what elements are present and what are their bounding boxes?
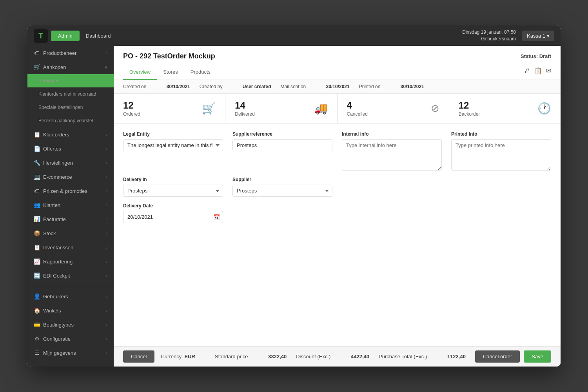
configuratie-icon: ⚙ [34,336,40,342]
ecommerce-icon: 💻 [34,174,40,180]
tab-stores[interactable]: Stores [157,65,184,80]
topbar-right: Dinsdag 19 januari, 07:50 Gebruikersnaam… [462,29,554,42]
sidebar-item-gebruikers[interactable]: 👤 Gebruikers › [27,289,114,303]
created-by-value: User created [243,84,271,89]
sidebar-item-prijzen[interactable]: 🏷 Prijzen & promoties › [27,184,114,198]
discount-value: 4422,40 [351,354,369,359]
footer-totals: Standard price 3322,40 Discount (Exc.) 4… [215,350,551,363]
delivery-in-select[interactable]: Prosteps [123,185,223,197]
sidebar-item-aankopen-sub[interactable]: Aankopen [27,74,114,87]
aankopen-icon: 🛒 [34,64,40,70]
document-icon[interactable]: 📋 [534,67,542,74]
internal-info-label: Internal info [342,131,442,137]
edi-icon: 🔄 [34,272,40,279]
footer: Cancel Currency EUR Standard price 3322,… [114,346,561,367]
dashboard-link[interactable]: Dashboard [86,33,111,39]
sidebar-label-gebruikers: Gebruikers [43,294,68,299]
sidebar-label-offertes: Offertes [43,146,61,152]
kassa-chevron-icon: ▾ [547,33,550,39]
empty-col3 [342,177,442,197]
sidebar-label-stock: Stock [43,230,56,236]
kassa-selector[interactable]: Kassa 1 ▾ [522,31,554,41]
chevron-icon: › [106,260,107,264]
save-button[interactable]: Save [524,350,551,363]
klanten-icon: 👥 [34,202,40,208]
sidebar-item-facturatie[interactable]: 📊 Facturatie › [27,212,114,226]
sidebar-item-bereken[interactable]: Bereken aankoop voorstel [27,114,114,127]
sidebar-item-klanten[interactable]: 👥 Klanten › [27,198,114,212]
mail-sent-label: Mail sent on [281,84,306,89]
chevron-icon: › [106,309,107,313]
printed-info-textarea[interactable] [451,139,551,171]
sidebar-item-productbeheer[interactable]: 🏷 Productbeheer › [27,46,114,60]
chevron-icon: › [106,132,107,137]
sidebar-item-stock[interactable]: 📦 Stock › [27,226,114,240]
supplier-label: Supplier [232,177,332,182]
cancelled-label: Cancelled [347,111,368,117]
admin-badge[interactable]: Admin [51,31,80,41]
sidebar-item-klantorders-voorraad[interactable]: Klantorders niet in voorraad [27,87,114,101]
chevron-icon: › [106,351,107,355]
supplier-ref-input[interactable] [232,139,332,151]
sidebar-item-mijngegevens[interactable]: ☰ Mijn gegevens › [27,346,114,360]
clock-icon: 🕐 [537,102,551,115]
currency-label: Currency [161,354,181,359]
chevron-icon: › [106,337,107,341]
cancel-button[interactable]: Cancel [123,350,154,363]
chevron-icon: › [106,51,107,55]
sidebar-item-herstellingen[interactable]: 🔧 Herstellingen › [27,156,114,170]
legal-entity-group: Legal Entity The longest legal entity na… [123,131,223,171]
sidebar-item-inventarissen[interactable]: 📋 Inventarissen › [27,240,114,254]
cancel-order-button[interactable]: Cancel order [475,350,520,363]
footer-actions-row: Cancel Currency EUR Standard price 3322,… [123,350,551,363]
stat-ordered: 12 Ordered 🛒 [114,94,225,123]
sidebar-label-productbeheer: Productbeheer [43,50,76,56]
gebruikers-icon: 👤 [34,293,40,299]
logo-letter: T [38,31,43,40]
tab-overview[interactable]: Overview [123,65,157,80]
legal-entity-select[interactable]: The longest legal entity name in this fi… [123,139,223,151]
sidebar-item-betalingtypes[interactable]: 💳 Betalingtypes › [27,318,114,332]
sidebar-item-offertes[interactable]: 📄 Offertes › [27,142,114,156]
sidebar-item-configuratie[interactable]: ⚙ Configuratie › [27,332,114,346]
chevron-icon: › [106,231,107,236]
sidebar-item-ecommerce[interactable]: 💻 E-commerce › [27,170,114,184]
offertes-icon: 📄 [34,145,40,152]
supplier-select[interactable]: Prosteps [232,185,332,197]
tab-products[interactable]: Products [184,65,217,80]
chevron-icon: › [106,203,107,207]
stock-icon: 📦 [34,230,40,236]
purchase-total-label: Purchase Total (Exc.) [379,354,427,359]
chevron-icon: › [106,274,107,278]
sidebar-label-klantorders-voorraad: Klantorders niet in voorraad [38,91,96,97]
delivery-date-wrapper: 📅 [123,211,223,223]
print-icon[interactable]: 🖨 [524,67,530,74]
printed-value: 30/10/2021 [401,84,424,89]
sidebar-label-inventarissen: Inventarissen [43,245,73,250]
form-area: Legal Entity The longest legal entity na… [114,123,561,346]
sidebar-item-winkels[interactable]: 🏠 Winkels › [27,303,114,318]
sidebar-item-aankopen[interactable]: 🛒 Aankopen ∨ [27,60,114,74]
datetime-display: Dinsdag 19 januari, 07:50 Gebruikersnaam [462,29,516,42]
sidebar-label-configuratie: Configuratie [43,336,71,342]
page-title: PO - 292 TestOrder Mockup [123,52,215,60]
internal-info-textarea[interactable] [342,139,442,171]
sidebar-item-edi[interactable]: 🔄 EDI Cockpit › [27,269,114,283]
inventarissen-icon: 📋 [34,244,40,250]
sidebar-item-klantorders[interactable]: 📋 Klantorders › [27,127,114,142]
sidebar-divider [27,286,114,286]
sidebar-item-rapportering[interactable]: 📈 Rapportering › [27,254,114,269]
status-value: Draft [539,53,551,59]
sidebar-item-speciale[interactable]: Speciale bestellingen [27,101,114,114]
stat-cancelled: 4 Cancelled ⊘ [338,94,449,123]
facturatie-icon: 📊 [34,216,40,222]
supplier-ref-group: Supplierreference [232,131,332,171]
betalingtypes-icon: 💳 [34,321,40,328]
delivery-date-input[interactable] [123,211,223,223]
printed-info-group: Printed Info [451,131,551,171]
email-icon[interactable]: ✉ [546,67,551,74]
kassa-label: Kassa 1 [527,33,545,39]
sidebar-label-winkels: Winkels [43,308,61,314]
tabs-bar: Overview Stores Products 🖨 📋 ✉ [123,65,551,80]
meta-row: Created on 30/10/2021 Created by User cr… [114,80,561,94]
